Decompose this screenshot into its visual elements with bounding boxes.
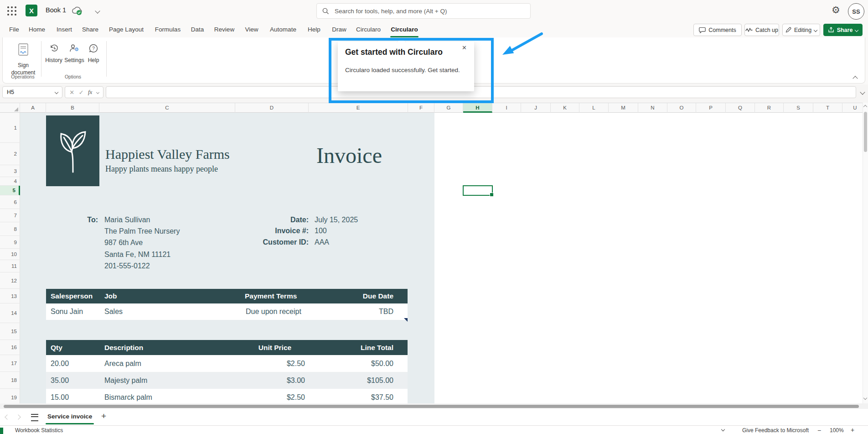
col-header-I[interactable]: I <box>492 103 521 113</box>
horizontal-scrollbar-thumb[interactable] <box>4 405 859 408</box>
feedback-link[interactable]: Give Feedback to Microsoft <box>742 427 809 434</box>
row-header-11[interactable]: 11 <box>0 260 20 272</box>
excel-logo-icon[interactable]: X <box>26 5 37 16</box>
col-header-J[interactable]: J <box>521 103 551 113</box>
tab-data[interactable]: Data <box>191 22 204 37</box>
invoice-number-value: 100 <box>315 227 327 235</box>
tab-circularo[interactable]: Circularo <box>356 22 381 37</box>
saved-to-cloud-icon[interactable] <box>71 6 83 16</box>
tab-help[interactable]: Help <box>308 22 320 37</box>
editing-mode-button[interactable]: Editing <box>782 24 820 36</box>
fx-chevron-icon[interactable] <box>96 90 99 94</box>
col-header-S[interactable]: S <box>784 103 813 113</box>
col-header-C[interactable]: C <box>99 103 235 113</box>
col-header-Q[interactable]: Q <box>726 103 755 113</box>
app-launcher-icon[interactable] <box>7 6 9 8</box>
prev-sheet-chevron-icon[interactable] <box>5 414 10 419</box>
zoom-out-button[interactable]: − <box>817 427 821 434</box>
avatar[interactable]: SS <box>848 3 864 20</box>
row-header-13[interactable]: 13 <box>0 289 20 303</box>
add-sheet-icon[interactable]: + <box>101 411 106 421</box>
next-sheet-chevron-icon[interactable] <box>16 414 21 419</box>
sheet-grid[interactable]: 1 2 3 4 5 6 7 8 9 10 11 12 13 14 15 16 1… <box>0 113 868 409</box>
col-header-T[interactable]: T <box>813 103 842 113</box>
fill-handle[interactable] <box>490 193 494 197</box>
formula-input[interactable] <box>106 86 856 98</box>
col-header-H-selected[interactable]: H <box>463 103 492 113</box>
settings-button[interactable]: ⚙ Settings <box>65 43 83 68</box>
horizontal-scrollbar[interactable] <box>0 403 868 409</box>
row-header-1[interactable]: 1 <box>0 113 20 143</box>
workbook-statistics[interactable]: Workbook Statistics <box>15 427 63 434</box>
row-header-17[interactable]: 17 <box>0 355 20 372</box>
row-header-5-selected[interactable]: 5 <box>0 186 20 195</box>
col-header-K[interactable]: K <box>551 103 579 113</box>
row-header-7[interactable]: 7 <box>0 209 20 222</box>
tab-home[interactable]: Home <box>29 22 45 37</box>
col-header-P[interactable]: P <box>696 103 726 113</box>
expand-formula-bar-chevron-icon[interactable] <box>860 89 865 94</box>
tab-share[interactable]: Share <box>82 22 98 37</box>
row-header-14[interactable]: 14 <box>0 303 20 323</box>
col-header-M[interactable]: M <box>609 103 638 113</box>
row-header-10[interactable]: 10 <box>0 249 20 260</box>
scroll-down-arrow-icon[interactable] <box>863 396 867 400</box>
col-header-O[interactable]: O <box>667 103 696 113</box>
col-header-F[interactable]: F <box>408 103 434 113</box>
collapse-ribbon-chevron-icon[interactable] <box>852 76 858 81</box>
row-header-15[interactable]: 15 <box>0 323 20 340</box>
workbook-title[interactable]: Book 1 <box>46 6 66 14</box>
selected-cell-H5[interactable] <box>463 185 493 196</box>
row-header-6[interactable]: 6 <box>0 195 20 209</box>
history-button[interactable]: History <box>45 43 63 68</box>
title-menu-chevron-icon[interactable] <box>95 8 100 13</box>
col-header-B[interactable]: B <box>46 103 99 113</box>
tab-file[interactable]: File <box>9 22 19 37</box>
all-sheets-menu-icon[interactable] <box>31 414 38 421</box>
tab-view[interactable]: View <box>245 22 258 37</box>
row-header-3[interactable]: 3 <box>0 165 20 177</box>
settings-gear-icon[interactable]: ⚙ <box>832 5 840 16</box>
tab-page-layout[interactable]: Page Layout <box>109 22 144 37</box>
tab-circularo-selected[interactable]: Circularo <box>391 22 418 37</box>
cancel-entry-icon[interactable]: ✕ <box>69 89 74 96</box>
callout-close-icon[interactable]: ✕ <box>462 44 467 51</box>
tab-automate[interactable]: Automate <box>270 22 296 37</box>
row-header-18[interactable]: 18 <box>0 372 20 389</box>
zoom-in-button[interactable]: + <box>851 426 854 434</box>
row-header-9[interactable]: 9 <box>0 236 20 249</box>
scroll-up-arrow-icon[interactable] <box>863 105 867 109</box>
catch-up-button[interactable]: Catch up <box>744 24 779 36</box>
comments-button[interactable]: Comments <box>693 24 742 36</box>
confirm-entry-icon[interactable]: ✓ <box>79 89 84 96</box>
help-button[interactable]: ? Help <box>85 43 102 68</box>
row-header-8[interactable]: 8 <box>0 222 20 236</box>
vertical-scrollbar-thumb[interactable] <box>864 112 867 152</box>
tab-review[interactable]: Review <box>214 22 234 37</box>
col-header-L[interactable]: L <box>579 103 609 113</box>
col-header-R[interactable]: R <box>755 103 784 113</box>
insert-function-icon[interactable]: fx <box>88 89 92 96</box>
search-input[interactable] <box>334 7 525 15</box>
col-header-G[interactable]: G <box>434 103 463 113</box>
tab-formulas[interactable]: Formulas <box>155 22 181 37</box>
tab-insert[interactable]: Insert <box>57 22 72 37</box>
col-header-D[interactable]: D <box>235 103 309 113</box>
vertical-scrollbar[interactable] <box>863 103 868 403</box>
col-header-A[interactable]: A <box>20 103 46 113</box>
tab-draw[interactable]: Draw <box>332 22 346 37</box>
select-all-button[interactable] <box>0 103 20 113</box>
col-header-E[interactable]: E <box>309 103 408 113</box>
share-button[interactable]: Share <box>823 24 863 36</box>
statusbar-chevron-icon[interactable] <box>721 428 725 431</box>
name-box[interactable]: H5 <box>2 86 62 98</box>
zoom-level[interactable]: 100% <box>830 427 844 434</box>
row-header-4[interactable]: 4 <box>0 177 20 186</box>
search-box[interactable] <box>316 3 531 19</box>
col-header-N[interactable]: N <box>638 103 667 113</box>
sheet-tab-service-invoice[interactable]: Service invoice <box>47 413 92 420</box>
name-box-chevron-icon[interactable] <box>55 90 58 94</box>
row-header-12[interactable]: 12 <box>0 272 20 289</box>
row-header-16[interactable]: 16 <box>0 340 20 355</box>
row-header-2[interactable]: 2 <box>0 143 20 165</box>
